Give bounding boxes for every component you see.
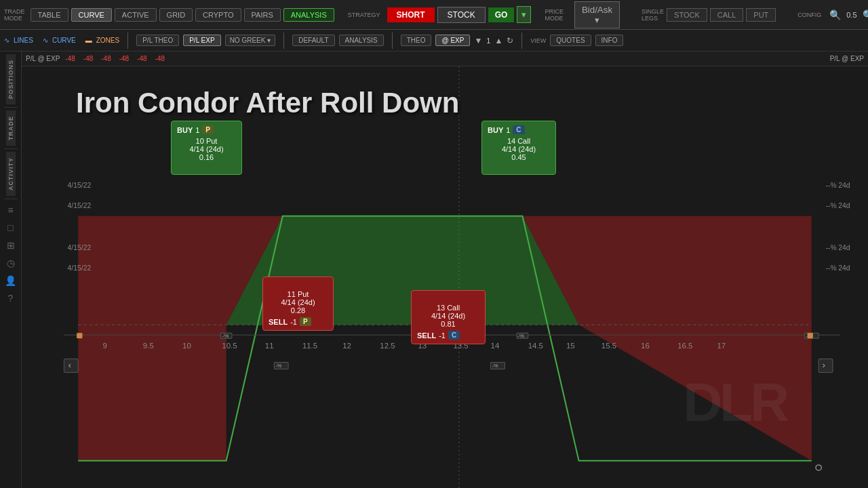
buy-put-10-type: P — [202, 125, 214, 134]
zoom-out-button[interactable]: 🔍 — [860, 8, 868, 22]
quotes-button[interactable]: QUOTES — [550, 35, 591, 46]
sidebar-divider-1 — [4, 107, 18, 108]
sell-call-13-action: SELL — [417, 331, 436, 340]
svg-text:15.5: 15.5 — [601, 342, 616, 350]
svg-text:--%: --% — [826, 202, 837, 209]
strategy-label: STRATEGY — [348, 12, 380, 18]
config-label: CONFIG — [797, 12, 821, 18]
call-leg-button[interactable]: CALL — [710, 8, 744, 22]
separator-5 — [127, 33, 128, 49]
clock-icon[interactable]: ◷ — [4, 255, 18, 271]
trade-sell-call-13: 13 Call 4/14 (24d) 0.81 SELL -1 C — [411, 290, 486, 344]
chart-container: P/L @ EXP -48 -48 -48 -48 -48 -48 P/L @ … — [22, 52, 868, 488]
pl-val-5: -48 — [137, 55, 146, 62]
go-dropdown[interactable]: ▾ — [517, 6, 531, 23]
tab-pairs[interactable]: PAIRS — [244, 8, 281, 22]
svg-text:9.5: 9.5 — [143, 342, 154, 350]
svg-text:4/15/22: 4/15/22 — [68, 264, 92, 272]
sell-put-11-qty: -1 — [290, 318, 297, 326]
short-button[interactable]: SHORT — [387, 7, 435, 22]
tab-table[interactable]: TABLE — [31, 8, 68, 22]
svg-text:16: 16 — [641, 342, 650, 350]
go-button[interactable]: GO — [488, 7, 515, 22]
svg-text:15: 15 — [566, 342, 575, 350]
sell-call-13-arrow — [441, 295, 455, 304]
separator-8 — [521, 33, 522, 49]
svg-text:12: 12 — [342, 342, 351, 350]
greek-dropdown[interactable]: NO GREEK ▾ — [225, 35, 276, 46]
pl-val-1: -48 — [65, 55, 75, 62]
nav-right-arrow[interactable]: › — [818, 359, 833, 372]
scale-up-button[interactable]: ▲ — [494, 36, 502, 45]
svg-text:14.5: 14.5 — [528, 342, 543, 350]
config-icons: 🔍 0.5 🔍 ⊟ ⚙ — [827, 8, 868, 22]
pl-label: P/L @ EXP — [26, 55, 60, 62]
put-leg-button[interactable]: PUT — [746, 8, 776, 22]
buy-call-14-arrow — [512, 161, 526, 170]
svg-text:--%: --% — [826, 244, 837, 251]
trade-mode-label: TRADE MODE — [4, 8, 25, 22]
scale-down-button[interactable]: ▼ — [474, 36, 482, 45]
sell-put-11-type: P — [300, 317, 311, 326]
svg-text:14: 14 — [491, 342, 500, 350]
trade-buy-call-14: BUY 1 C 14 Call 4/14 (24d) 0.45 — [481, 121, 556, 175]
svg-text:17: 17 — [717, 342, 726, 350]
svg-text:11: 11 — [265, 342, 274, 350]
pl-theo-button[interactable]: P/L THEO — [136, 35, 179, 46]
menu-icon[interactable]: ≡ — [5, 202, 16, 218]
tab-crypto[interactable]: CRYPTO — [195, 8, 241, 22]
info-button[interactable]: INFO — [595, 35, 624, 46]
buy-put-10-expiry: 4/14 (24d) — [177, 145, 236, 153]
svg-text:11.5: 11.5 — [302, 342, 317, 350]
single-legs-label: SINGLE LEGS — [642, 8, 664, 22]
tab-active[interactable]: ACTIVE — [115, 8, 157, 22]
tab-analysis[interactable]: ANALYSIS — [283, 8, 334, 22]
tab-curve[interactable]: CURVE — [71, 8, 112, 22]
stock-button[interactable]: STOCK — [437, 7, 486, 23]
svg-text:4/15/22: 4/15/22 — [68, 202, 92, 209]
sell-call-13-strike: 13 Call — [417, 304, 479, 312]
svg-text:24d: 24d — [838, 202, 850, 209]
bid-ask-button[interactable]: Bid/Ask ▾ — [574, 1, 620, 28]
price-mode-label: PRICE MODE — [545, 8, 564, 22]
lines-icon: ∿ — [4, 37, 9, 44]
refresh-button[interactable]: ↻ — [507, 36, 513, 45]
svg-text:4/15/22: 4/15/22 — [68, 182, 92, 189]
nav-left-arrow[interactable]: ‹ — [64, 359, 78, 372]
sell-call-13-expiry: 4/14 (24d) — [417, 312, 479, 320]
sidebar-positions[interactable]: POSITIONS — [6, 54, 16, 104]
svg-text:4/15/22: 4/15/22 — [68, 244, 92, 251]
default-button[interactable]: DEFAULT — [292, 35, 334, 46]
svg-text:-%: -% — [517, 333, 524, 339]
sidebar-divider-3 — [4, 199, 18, 199]
chart-svg-wrapper: Iron Condor After Roll Down DLR — [22, 66, 868, 488]
sidebar-trade[interactable]: TRADE — [6, 110, 16, 146]
left-sidebar: POSITIONS TRADE ACTIVITY ≡ □ ⊞ ◷ 👤 ? — [0, 52, 22, 488]
svg-text:16.5: 16.5 — [677, 342, 692, 350]
buy-call-14-qty: 1 — [506, 126, 510, 134]
zoom-in-button[interactable]: 🔍 — [827, 8, 844, 22]
at-exp-button[interactable]: @ EXP — [435, 35, 470, 46]
tab-grid[interactable]: GRID — [159, 8, 193, 22]
help-icon[interactable]: ? — [5, 290, 16, 306]
theo-button[interactable]: THEO — [401, 35, 432, 46]
buy-call-14-price: 0.45 — [488, 153, 550, 161]
stock-leg-button[interactable]: STOCK — [667, 8, 707, 22]
window-icon[interactable]: □ — [5, 220, 16, 236]
trade-buy-put-10: BUY 1 P 10 Put 4/14 (24d) 0.16 — [171, 121, 242, 175]
analysis-button[interactable]: ANALYSIS — [339, 35, 384, 46]
sell-put-11-expiry: 4/14 (24d) — [269, 298, 328, 306]
svg-rect-35 — [77, 333, 82, 338]
pl-val-4: -48 — [119, 55, 129, 62]
people-icon[interactable]: 👤 — [2, 272, 19, 289]
pl-val-3: -48 — [101, 55, 111, 62]
pl-exp-button[interactable]: P/L EXP — [183, 35, 220, 46]
sell-call-13-price: 0.81 — [417, 320, 479, 328]
sidebar-activity[interactable]: ACTIVITY — [6, 152, 16, 196]
grid-icon[interactable]: ⊞ — [4, 237, 18, 253]
sell-put-11-price: 0.28 — [269, 306, 328, 314]
scale-value: 1 — [486, 37, 490, 45]
svg-text:12.5: 12.5 — [380, 342, 395, 350]
trade-sell-put-11: 11 Put 4/14 (24d) 0.28 SELL -1 P — [262, 277, 334, 331]
sell-call-13-qty: -1 — [439, 331, 446, 340]
